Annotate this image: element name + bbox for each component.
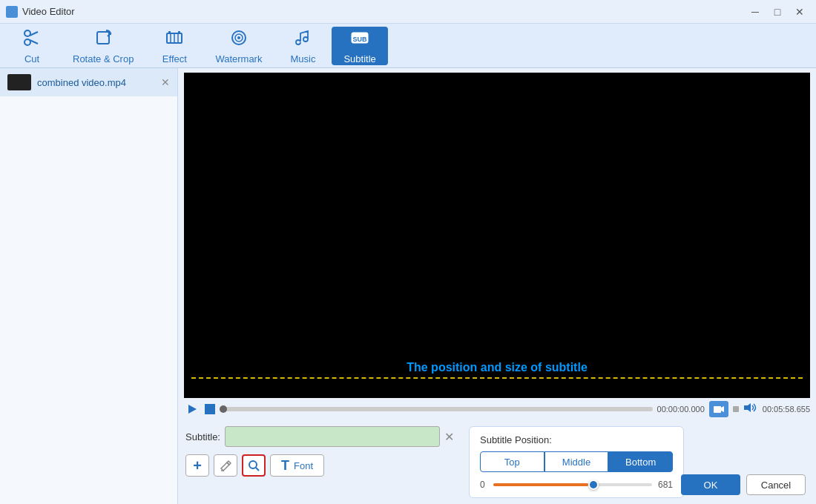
subtitle-section: Subtitle: ✕ + [185, 426, 454, 477]
watermark-icon [228, 27, 249, 52]
svg-rect-10 [178, 31, 180, 34]
add-subtitle-button[interactable]: + [185, 454, 209, 477]
slider-track[interactable] [493, 483, 652, 486]
title-bar: Video Editor ─ □ ✕ [0, 0, 816, 24]
subtitle-icon: SUB [349, 27, 370, 52]
clear-subtitle-button[interactable]: ✕ [444, 430, 454, 444]
tab-effect-label: Effect [162, 53, 187, 64]
window-controls: ─ □ ✕ [745, 4, 810, 20]
minimize-button[interactable]: ─ [745, 4, 766, 20]
cancel-button[interactable]: Cancel [746, 474, 806, 495]
ok-button[interactable]: OK [681, 474, 740, 495]
slider-min-label: 0 [480, 480, 487, 490]
position-top-button[interactable]: Top [480, 451, 544, 472]
position-title: Subtitle Position: [480, 434, 673, 445]
svg-point-0 [24, 39, 30, 45]
svg-rect-19 [733, 406, 739, 412]
subtitle-input[interactable] [225, 426, 440, 447]
tab-cut-label: Cut [24, 53, 39, 64]
font-icon: T [281, 458, 289, 474]
subtitle-input-row: Subtitle: ✕ [185, 426, 454, 447]
tab-watermark-label: Watermark [215, 53, 262, 64]
svg-line-23 [256, 468, 259, 471]
svg-marker-18 [721, 406, 724, 412]
cut-icon [22, 27, 42, 52]
subtitle-position-line [191, 377, 803, 379]
tab-bar: Cut Rotate & Crop Effect [0, 24, 816, 68]
svg-point-13 [237, 36, 240, 39]
rotate-icon [93, 27, 113, 52]
slider-fill [493, 483, 588, 486]
sidebar: combined video.mp4 ✕ [0, 68, 178, 504]
subtitle-label: Subtitle: [185, 431, 220, 442]
total-time: 00:05:58.655 [763, 405, 810, 414]
timeline-track[interactable] [220, 407, 653, 411]
tab-music[interactable]: Music [277, 27, 329, 65]
slider-row: 0 681 [480, 480, 673, 490]
subtitle-action-buttons: + T [185, 454, 454, 477]
tab-subtitle[interactable]: SUB Subtitle [332, 27, 387, 65]
svg-text:SUB: SUB [353, 36, 368, 43]
svg-rect-9 [168, 31, 171, 34]
svg-marker-16 [188, 405, 197, 414]
play-button[interactable] [184, 401, 200, 417]
font-button[interactable]: T Font [270, 454, 324, 477]
app-title: Video Editor [22, 6, 75, 17]
restore-button[interactable]: □ [767, 4, 788, 20]
position-buttons: Top Middle Bottom [480, 451, 673, 472]
video-screen: The position and size of subtitle [184, 73, 810, 398]
position-section: Subtitle Position: Top Middle Bottom 0 6… [469, 426, 684, 498]
camera-button[interactable] [709, 401, 728, 417]
file-name: combined video.mp4 [37, 77, 155, 88]
svg-point-22 [249, 461, 257, 468]
main-layout: combined video.mp4 ✕ The position and si… [0, 68, 816, 504]
close-button[interactable]: ✕ [789, 4, 810, 20]
stop-button[interactable] [205, 404, 215, 414]
tab-subtitle-label: Subtitle [343, 53, 375, 64]
edit-subtitle-button[interactable] [214, 454, 237, 477]
font-label: Font [294, 460, 313, 471]
timeline-thumb [220, 405, 227, 413]
tab-cut[interactable]: Cut [6, 27, 58, 65]
search-subtitle-button[interactable] [242, 454, 266, 477]
slider-thumb[interactable] [588, 480, 599, 490]
video-container: The position and size of subtitle 00:00:… [178, 68, 816, 504]
tab-watermark[interactable]: Watermark [203, 27, 274, 65]
music-icon [292, 27, 313, 52]
file-item[interactable]: combined video.mp4 ✕ [0, 68, 177, 96]
file-close-button[interactable]: ✕ [161, 76, 170, 88]
current-time: 00:00:00.000 [657, 405, 705, 414]
tab-rotate-label: Rotate & Crop [73, 53, 134, 64]
svg-point-1 [24, 30, 30, 36]
app-icon [6, 6, 18, 18]
position-middle-button[interactable]: Middle [544, 451, 609, 472]
tab-effect[interactable]: Effect [148, 27, 200, 65]
effect-icon [164, 27, 185, 52]
tab-rotate[interactable]: Rotate & Crop [61, 27, 145, 65]
playback-bar: 00:00:00.000 00:05:58.655 [178, 398, 816, 419]
bottom-actions: OK Cancel [681, 474, 806, 495]
svg-marker-20 [744, 403, 751, 412]
volume-icon[interactable] [743, 402, 758, 417]
position-bottom-button[interactable]: Bottom [608, 451, 673, 472]
file-thumbnail [7, 74, 31, 90]
tab-music-label: Music [290, 53, 315, 64]
slider-max-label: 681 [658, 480, 673, 490]
svg-rect-4 [97, 32, 109, 44]
subtitle-preview-text: The position and size of subtitle [184, 361, 810, 374]
svg-rect-17 [714, 406, 721, 413]
